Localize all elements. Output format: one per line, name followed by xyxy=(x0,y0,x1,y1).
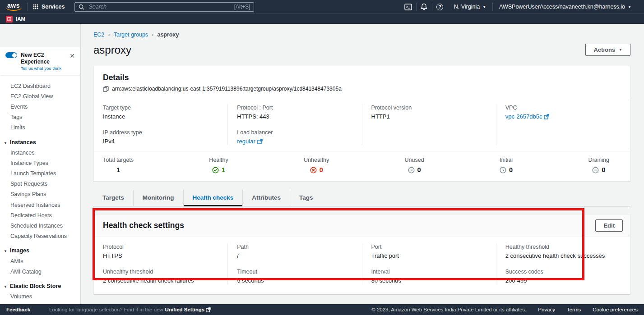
global-search[interactable]: [Alt+S] xyxy=(74,2,254,12)
arn-row: arn:aws:elasticloadbalancing:us-east-1:3… xyxy=(103,86,621,92)
draining-minus-circle-icon xyxy=(592,167,599,173)
aws-console-window: aws Services [Alt+S] ? xyxy=(0,0,644,315)
sidebar-section-elastic-block-store[interactable]: ▼Elastic Block Store xyxy=(0,281,80,291)
sidebar-item-ec2-dashboard[interactable]: EC2 Dashboard xyxy=(0,81,80,91)
region-label: N. Virginia xyxy=(454,4,480,10)
breadcrumb: EC2 › Target groups › asproxy xyxy=(93,31,630,38)
health-check-title: Health check settings xyxy=(103,221,184,230)
external-link-icon xyxy=(257,139,263,144)
health-check-fields: Protocol HTTPS Unhealthy threshold 2 con… xyxy=(94,237,630,294)
breadcrumb-separator-icon: › xyxy=(152,31,153,38)
favorite-iam-link[interactable]: IAM xyxy=(6,16,25,23)
cookie-preferences-link[interactable]: Cookie preferences xyxy=(593,307,638,312)
field-vpc: VPC vpc-2657db5c xyxy=(505,104,621,120)
unified-settings-link[interactable]: Unified Settings xyxy=(165,307,211,312)
sidebar-item-events[interactable]: Events xyxy=(0,101,80,112)
external-link-icon xyxy=(544,114,549,119)
sidebar-item-instances[interactable]: Instances xyxy=(0,147,80,158)
initial-clock-icon xyxy=(500,167,506,173)
sidebar-section-instances[interactable]: ▼Instances xyxy=(0,137,80,147)
target-group-arn: arn:aws:elasticloadbalancing:us-east-1:3… xyxy=(112,86,342,92)
external-link-icon xyxy=(206,307,211,312)
chevron-down-icon: ▼ xyxy=(619,48,622,52)
sidebar-item-savings-plans[interactable]: Savings Plans xyxy=(0,189,80,200)
footer-bar: Feedback Looking for language selection?… xyxy=(0,304,644,315)
sidebar-item-spot-requests[interactable]: Spot Requests xyxy=(0,179,80,189)
field-success-codes: Success codes 200-499 xyxy=(505,268,621,284)
account-label: AWSPowerUserAccess/navaneeth.kn@harness.… xyxy=(499,4,625,10)
sidebar-item-reserved-instances[interactable]: Reserved Instances xyxy=(0,200,80,210)
details-column-3: Protocol version HTTP1 xyxy=(362,104,496,145)
breadcrumb-current: asproxy xyxy=(157,32,179,38)
breadcrumb-target-groups[interactable]: Target groups xyxy=(114,32,148,38)
region-selector[interactable]: N. Virginia ▼ xyxy=(448,4,492,10)
new-experience-title: New EC2 Experience xyxy=(21,52,50,65)
sidebar-item-dedicated-hosts[interactable]: Dedicated Hosts xyxy=(0,210,80,220)
top-nav-utilities: ? N. Virginia ▼ AWSPowerUserAccess/navan… xyxy=(401,0,638,14)
field-interval: Interval 30 seconds xyxy=(371,268,487,284)
details-column-4: VPC vpc-2657db5c xyxy=(496,104,630,145)
breadcrumb-ec2[interactable]: EC2 xyxy=(93,32,104,38)
services-menu[interactable]: Services xyxy=(33,4,65,10)
aws-logo[interactable]: aws xyxy=(5,2,22,12)
help-button[interactable]: ? xyxy=(432,0,448,14)
copy-icon[interactable] xyxy=(103,86,109,92)
health-check-column-4: Healthy threshold 2 consecutive health c… xyxy=(496,243,630,284)
notifications-bell-button[interactable] xyxy=(417,0,432,14)
triangle-down-icon: ▼ xyxy=(4,141,7,145)
actions-button[interactable]: Actions ▼ xyxy=(585,44,630,56)
cloudshell-button[interactable] xyxy=(401,0,416,14)
account-menu[interactable]: AWSPowerUserAccess/navaneeth.kn@harness.… xyxy=(493,4,638,10)
target-health-stats: Total targets 1 Healthy 1 Unhealthy 0 xyxy=(94,151,630,181)
sidebar-item-ami-catalog[interactable]: AMI Catalog xyxy=(0,266,80,277)
details-card: Details arn:aws:elasticloadbalancing:us-… xyxy=(93,66,630,182)
stat-healthy: Healthy 1 xyxy=(209,157,228,173)
stat-initial: Initial 0 xyxy=(500,157,513,173)
tell-us-link[interactable]: Tell us what you think xyxy=(21,66,65,71)
vpc-link[interactable]: vpc-2657db5c xyxy=(505,113,550,120)
health-check-column-3: Port Traffic port Interval 30 seconds xyxy=(362,243,496,284)
sidebar-item-limits[interactable]: Limits xyxy=(0,123,80,133)
tab-tags[interactable]: Tags xyxy=(290,190,322,206)
load-balancer-link[interactable]: regular xyxy=(237,137,262,145)
sidebar-nav: EC2 Dashboard EC2 Global View Events Tag… xyxy=(0,75,80,304)
sidebar-item-amis[interactable]: AMIs xyxy=(0,256,80,266)
sidebar-item-scheduled-instances[interactable]: Scheduled Instances xyxy=(0,220,80,231)
field-protocol-port: Protocol : Port HTTPS: 443 xyxy=(237,104,352,120)
sidebar-section-images[interactable]: ▼Images xyxy=(0,246,80,256)
field-timeout: Timeout 5 seconds xyxy=(237,268,352,284)
edit-button[interactable]: Edit xyxy=(595,219,623,232)
details-title: Details xyxy=(103,73,621,82)
tab-targets[interactable]: Targets xyxy=(93,190,133,206)
sidebar-item-tags[interactable]: Tags xyxy=(0,112,80,123)
privacy-link[interactable]: Privacy xyxy=(538,307,555,312)
search-shortcut-hint: [Alt+S] xyxy=(234,4,250,10)
tab-attributes[interactable]: Attributes xyxy=(242,190,290,206)
services-label: Services xyxy=(42,4,65,10)
new-experience-toggle[interactable] xyxy=(5,52,17,58)
terms-link[interactable]: Terms xyxy=(567,307,581,312)
sidebar-item-ec2-global-view[interactable]: EC2 Global View xyxy=(0,91,80,101)
sidebar-item-capacity-reservations[interactable]: Capacity Reservations xyxy=(0,231,80,242)
tab-monitoring[interactable]: Monitoring xyxy=(133,190,183,206)
field-protocol: Protocol HTTPS xyxy=(103,243,218,260)
tab-health-checks[interactable]: Health checks xyxy=(183,190,243,206)
page-title: asproxy xyxy=(93,44,131,56)
feedback-button[interactable]: Feedback xyxy=(6,307,30,312)
unhealthy-x-circle-icon xyxy=(310,167,317,173)
close-icon[interactable]: ✕ xyxy=(69,53,76,59)
question-mark-icon: ? xyxy=(436,4,443,10)
tab-bar: Targets Monitoring Health checks Attribu… xyxy=(93,190,630,206)
triangle-down-icon: ▼ xyxy=(4,285,7,289)
divider xyxy=(27,3,28,11)
sidebar-item-instance-types[interactable]: Instance Types xyxy=(0,158,80,168)
sidebar-item-launch-templates[interactable]: Launch Templates xyxy=(0,169,80,179)
search-input[interactable] xyxy=(88,3,231,10)
top-navigation-bar: aws Services [Alt+S] ? xyxy=(0,0,644,14)
new-experience-text: New EC2 Experience Tell us what you thin… xyxy=(21,51,65,71)
chevron-down-icon: ▼ xyxy=(482,5,486,9)
field-port: Port Traffic port xyxy=(371,243,487,260)
footer-links: © 2023, Amazon Web Services India Privat… xyxy=(371,307,638,312)
sidebar-item-volumes[interactable]: Volumes xyxy=(0,292,80,302)
field-load-balancer: Load balancer regular xyxy=(237,129,352,145)
